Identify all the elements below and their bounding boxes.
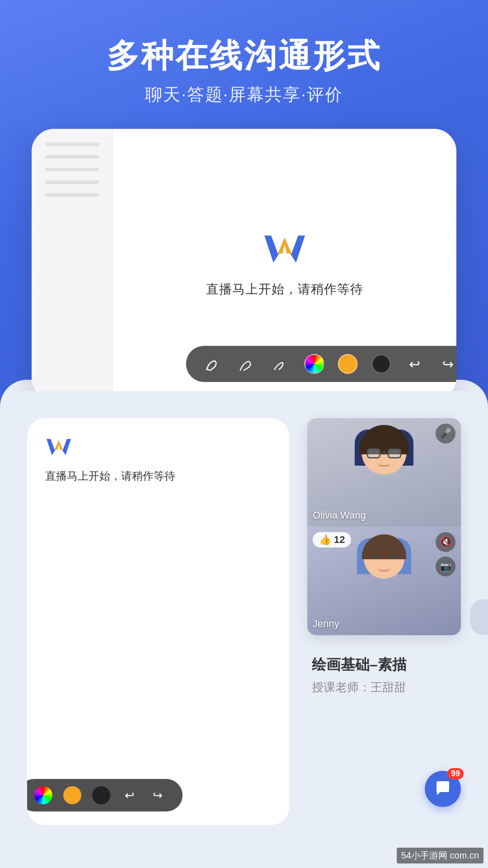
pt-color-rainbow[interactable] xyxy=(34,786,52,804)
like-count: 12 xyxy=(334,534,345,546)
w-logo-top xyxy=(262,231,307,267)
device-left-panel xyxy=(32,129,113,400)
pt-redo-button[interactable]: ↪ xyxy=(149,787,166,804)
video-card-olivia: Olivia Wang 🎤 xyxy=(307,418,461,527)
color-black[interactable] xyxy=(371,354,391,374)
person1-head xyxy=(361,429,407,475)
svg-marker-3 xyxy=(55,440,63,450)
watermark: 54小手游网 com.cn xyxy=(397,848,483,863)
chat-badge: 99 xyxy=(447,768,464,779)
panel-line-3 xyxy=(45,168,99,171)
right-panel: Olivia Wang 🎤 xyxy=(307,418,461,825)
person1-glasses xyxy=(367,448,401,458)
color-rainbow[interactable] xyxy=(305,354,324,374)
device-toolbar-top: ↩ ↪ xyxy=(186,346,456,382)
chat-icon xyxy=(434,780,452,798)
pt-undo-button[interactable]: ↩ xyxy=(121,787,138,804)
chat-fab-button[interactable]: 99 xyxy=(425,771,461,807)
eye-right-jenny xyxy=(391,555,396,559)
redo-button-top[interactable]: ↪ xyxy=(438,354,456,374)
pt-color-black[interactable] xyxy=(92,786,110,804)
course-info: 绘画基础–素描 授课老师：王甜甜 xyxy=(307,655,461,695)
brush-icon-3[interactable] xyxy=(271,354,291,374)
panel-line-1 xyxy=(45,142,99,146)
person1-mouth xyxy=(378,463,390,467)
glass-left xyxy=(367,448,380,458)
person-olivia xyxy=(348,429,420,515)
header-section: 多种在线沟通形式 聊天·答题·屏幕共享·评价 xyxy=(107,0,381,106)
waiting-text-top: 直播马上开始，请稍作等待 xyxy=(206,281,363,298)
name-tag-jenny: Jenny xyxy=(313,618,339,630)
video-card-jenny: 👍 12 🔇 📷 Jenny xyxy=(307,527,461,635)
like-badge-jenny: 👍 12 xyxy=(313,532,351,547)
w-logo-partial xyxy=(45,436,271,460)
device-mockup-top: 直播马上开始，请稍作等待 ↩ ↪ xyxy=(32,129,456,400)
like-icon: 👍 xyxy=(319,534,331,546)
partial-device: 直播马上开始，请稍作等待 ↩ ↪ xyxy=(27,418,289,825)
eye-left-jenny xyxy=(372,555,377,559)
course-teacher: 授课老师：王甜甜 xyxy=(312,679,461,695)
glass-bridge xyxy=(382,452,386,453)
person2-mouth xyxy=(378,568,390,571)
waiting-text-partial: 直播马上开始，请稍作等待 xyxy=(45,469,271,483)
person2-head xyxy=(364,538,404,579)
name-tag-olivia: Olivia Wang xyxy=(313,509,366,521)
brush-icon-2[interactable] xyxy=(238,354,258,374)
panel-line-5 xyxy=(45,193,99,197)
person2-hair xyxy=(362,534,406,559)
panel-line-2 xyxy=(45,155,99,159)
brush-icon-1[interactable] xyxy=(204,354,224,374)
page-title: 多种在线沟通形式 xyxy=(107,36,381,75)
pt-color-orange[interactable] xyxy=(63,786,81,804)
undo-button-top[interactable]: ↩ xyxy=(405,354,425,374)
page-subtitle: 聊天·答题·屏幕共享·评价 xyxy=(107,83,381,106)
glass-right xyxy=(388,448,401,458)
svg-marker-1 xyxy=(278,238,291,254)
partial-toolbar: ↩ ↪ xyxy=(27,779,183,811)
color-orange[interactable] xyxy=(338,354,358,374)
scroll-handle[interactable] xyxy=(470,599,488,635)
course-title: 绘画基础–素描 xyxy=(312,655,461,675)
person-jenny xyxy=(348,538,420,624)
bottom-left: 直播马上开始，请稍作等待 ↩ ↪ xyxy=(27,418,289,825)
video-panel: Olivia Wang 🎤 xyxy=(307,418,461,635)
panel-line-4 xyxy=(45,180,99,184)
bottom-section: 直播马上开始，请稍作等待 ↩ ↪ xyxy=(0,391,488,843)
